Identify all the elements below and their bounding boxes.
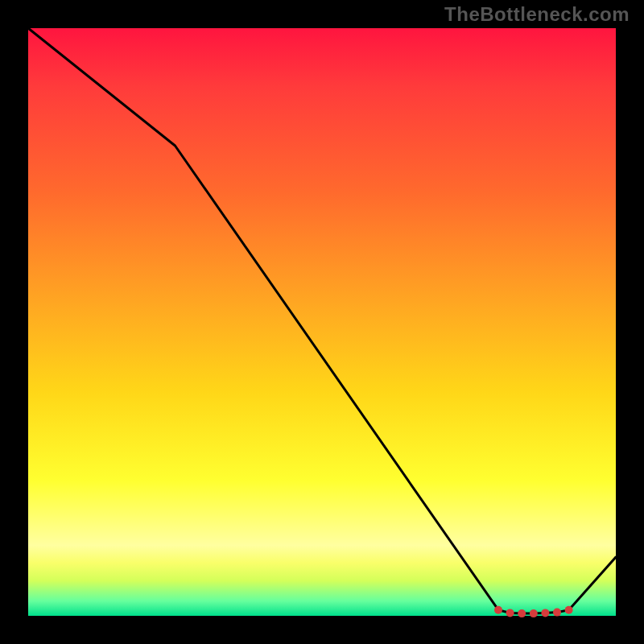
- chart-frame: TheBottleneck.com: [0, 0, 644, 644]
- chart-marker: [565, 606, 573, 614]
- chart-marker: [506, 609, 514, 617]
- chart-marker: [553, 609, 561, 617]
- chart-marker: [494, 606, 502, 614]
- chart-marker: [530, 609, 538, 617]
- plot-area: [28, 28, 616, 616]
- chart-line-group: [28, 28, 616, 613]
- chart-svg: [28, 28, 616, 616]
- chart-marker: [518, 609, 526, 617]
- chart-line: [28, 28, 616, 613]
- chart-marker: [541, 609, 549, 617]
- watermark-text: TheBottleneck.com: [444, 3, 630, 26]
